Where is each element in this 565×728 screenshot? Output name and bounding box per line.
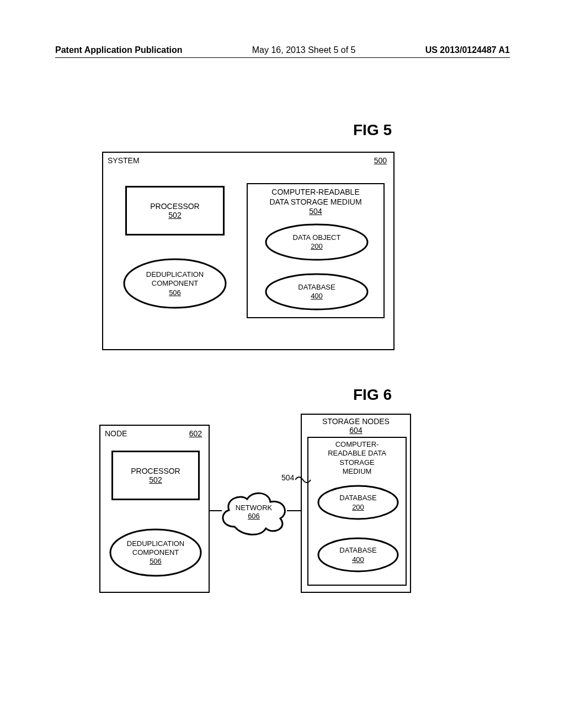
page-header: Patent Application Publication May 16, 2… (55, 45, 510, 58)
data-object-ellipse: DATA OBJECT 200 (264, 223, 369, 261)
storage-nodes-box: STORAGE NODES 604 COMPUTER- READABLE DAT… (301, 414, 411, 593)
callout-504: 504 (281, 473, 294, 482)
header-mid: May 16, 2013 Sheet 5 of 5 (183, 45, 425, 55)
database-ellipse-1-fig6: DATABASE 200 (317, 485, 399, 521)
processor-ref: 502 (168, 211, 181, 220)
node-ref: 602 (189, 429, 202, 438)
crdm-l4: MEDIUM (343, 467, 372, 475)
header-left: Patent Application Publication (55, 45, 183, 55)
db1-label: DATABASE (339, 494, 376, 502)
dedup-label-l2: COMPONENT (132, 548, 179, 557)
connector-line (287, 510, 301, 511)
crdm-l1: COMPUTER- (335, 440, 379, 448)
storage-nodes-title: STORAGE NODES 604 (302, 415, 410, 435)
db2-label: DATABASE (339, 546, 376, 555)
fig5-label: FIG 5 (353, 121, 392, 139)
header-right: US 2013/0124487 A1 (425, 45, 510, 55)
dedup-label-l1: DEDUPLICATION (146, 270, 204, 279)
crdm-l3: STORAGE (339, 458, 374, 467)
network-cloud: NETWORK 606 (215, 485, 292, 538)
crdm-l2: READABLE DATA (328, 449, 386, 457)
fig5-diagram: SYSTEM 500 PROCESSOR 502 DEDUPLICATION C… (102, 152, 395, 350)
dedup-label-l2: COMPONENT (152, 279, 199, 288)
db2-ref: 400 (352, 555, 364, 564)
deduplication-ellipse-fig6: DEDUPLICATION COMPONENT 506 (109, 528, 202, 577)
system-title: SYSTEM (108, 156, 140, 165)
dedup-label-l1: DEDUPLICATION (127, 539, 185, 548)
database-ellipse-fig5: DATABASE 400 (264, 272, 369, 311)
processor-label: PROCESSOR (131, 467, 180, 475)
data-object-label: DATA OBJECT (293, 233, 341, 242)
processor-box-fig5: PROCESSOR 502 (125, 186, 225, 235)
database-ellipse-2-fig6: DATABASE 400 (317, 537, 399, 573)
node-title: NODE (105, 429, 127, 438)
storage-title-l2: DATA STORAGE MEDIUM (269, 197, 361, 206)
processor-label: PROCESSOR (150, 202, 199, 211)
dedup-ref: 506 (150, 557, 162, 566)
database-ref: 400 (311, 292, 323, 301)
fig6-label: FIG 6 (353, 386, 392, 404)
system-box: SYSTEM 500 PROCESSOR 502 DEDUPLICATION C… (102, 152, 395, 350)
crdm-title: COMPUTER- READABLE DATA STORAGE MEDIUM (308, 438, 406, 476)
database-label: DATABASE (298, 283, 335, 292)
node-box-fig6: NODE 602 PROCESSOR 502 DEDUPLICATION COM… (99, 425, 210, 593)
system-ref: 500 (374, 156, 387, 165)
network-label: NETWORK (236, 504, 272, 512)
fig6-diagram: NODE 602 PROCESSOR 502 DEDUPLICATION COM… (99, 425, 411, 607)
processor-ref: 502 (149, 475, 162, 484)
crdm-box: COMPUTER- READABLE DATA STORAGE MEDIUM D… (307, 437, 407, 586)
storage-box-fig5: COMPUTER-READABLE DATA STORAGE MEDIUM 50… (247, 183, 385, 318)
sn-title-text: STORAGE NODES (322, 417, 390, 426)
network-ref: 606 (248, 512, 260, 520)
deduplication-ellipse-fig5: DEDUPLICATION COMPONENT 506 (122, 258, 227, 310)
sn-ref: 604 (349, 426, 362, 435)
dedup-ref: 506 (169, 288, 181, 297)
db1-ref: 200 (352, 503, 364, 512)
storage-title: COMPUTER-READABLE DATA STORAGE MEDIUM 50… (248, 184, 383, 217)
storage-title-l1: COMPUTER-READABLE (271, 188, 359, 196)
data-object-ref: 200 (311, 242, 323, 251)
storage-ref: 504 (309, 207, 322, 216)
connector-line (210, 510, 222, 511)
processor-box-fig6: PROCESSOR 502 (111, 451, 200, 500)
